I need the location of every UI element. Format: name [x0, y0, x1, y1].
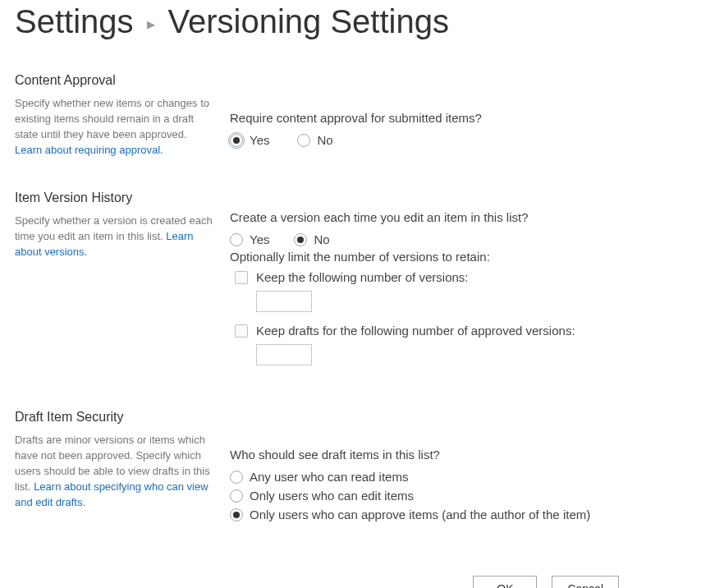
draft-security-approvers-option[interactable]: Only users who can approve items (and th… — [230, 508, 709, 521]
version-history-heading: Item Version History — [15, 191, 215, 205]
version-limit-question: Optionally limit the number of versions … — [230, 250, 709, 264]
learn-drafts-link[interactable]: Learn about specifying who can view and … — [15, 480, 208, 508]
radio-icon — [230, 233, 243, 246]
button-row: OK Cancel — [15, 576, 709, 588]
draft-security-question: Who should see draft items in this list? — [230, 448, 709, 462]
content-approval-desc: Specify whether new items or changes to … — [15, 96, 215, 158]
radio-icon — [230, 508, 243, 521]
draft-security-section: Draft Item Security Drafts are minor ver… — [15, 410, 709, 526]
keep-drafts-label: Keep drafts for the following number of … — [256, 324, 575, 338]
draft-security-option-label: Only users who can edit items — [250, 489, 414, 503]
radio-icon — [230, 134, 243, 147]
breadcrumb: Settings ▸ Versioning Settings — [15, 3, 709, 40]
content-approval-no-option[interactable]: No — [297, 133, 332, 147]
content-approval-desc-text: Specify whether new items or changes to … — [15, 97, 209, 140]
draft-security-option-label: Only users who can approve items (and th… — [250, 508, 590, 521]
breadcrumb-settings-link[interactable]: Settings — [15, 3, 134, 40]
version-history-yes-option[interactable]: Yes — [230, 232, 269, 246]
draft-security-editors-option[interactable]: Only users who can edit items — [230, 489, 709, 503]
cancel-button[interactable]: Cancel — [552, 576, 619, 588]
draft-security-option-label: Any user who can read items — [250, 470, 408, 484]
keep-drafts-checkbox[interactable] — [235, 324, 248, 338]
draft-security-heading: Draft Item Security — [15, 410, 215, 425]
draft-security-any-reader-option[interactable]: Any user who can read items — [230, 470, 709, 484]
version-history-question: Create a version each time you edit an i… — [230, 210, 709, 224]
content-approval-question: Require content approval for submitted i… — [230, 111, 709, 125]
keep-drafts-input[interactable] — [256, 344, 312, 365]
content-approval-yes-label: Yes — [250, 133, 269, 147]
chevron-right-icon: ▸ — [147, 14, 155, 34]
version-history-yes-label: Yes — [250, 232, 269, 246]
content-approval-section: Content Approval Specify whether new ite… — [15, 73, 709, 158]
learn-requiring-approval-link[interactable]: Learn about requiring approval. — [15, 144, 163, 156]
page-title: Versioning Settings — [168, 3, 449, 40]
ok-button[interactable]: OK — [473, 576, 537, 588]
version-history-no-label: No — [314, 232, 329, 246]
content-approval-heading: Content Approval — [15, 73, 215, 88]
radio-icon — [297, 134, 310, 147]
content-approval-no-label: No — [317, 133, 332, 147]
draft-security-desc: Drafts are minor versions or items which… — [15, 433, 215, 510]
version-history-no-option[interactable]: No — [294, 232, 329, 246]
radio-icon — [294, 233, 307, 246]
radio-icon — [230, 489, 243, 503]
keep-versions-checkbox[interactable] — [235, 271, 248, 284]
radio-icon — [230, 471, 243, 484]
keep-versions-input[interactable] — [256, 291, 312, 312]
version-history-section: Item Version History Specify whether a v… — [15, 191, 709, 377]
content-approval-yes-option[interactable]: Yes — [230, 133, 269, 147]
version-history-desc: Specify whether a version is created eac… — [15, 214, 215, 260]
keep-versions-label: Keep the following number of versions: — [256, 270, 468, 284]
